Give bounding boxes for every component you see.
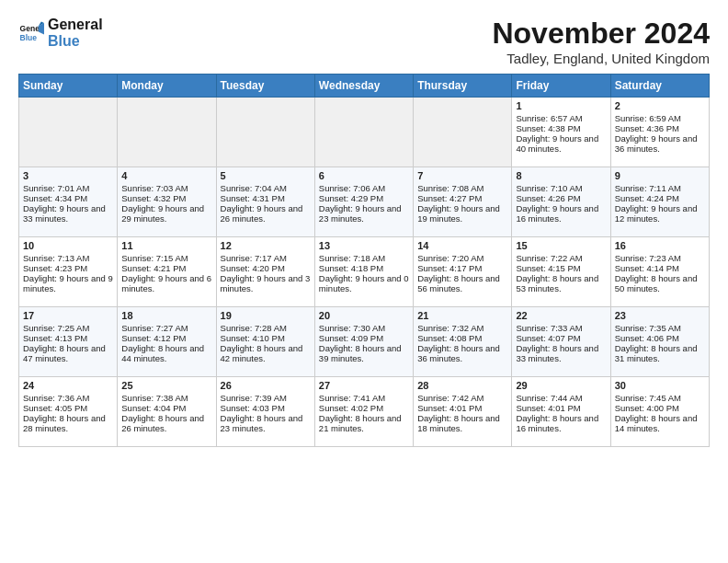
day-info: Sunrise: 7:42 AM	[417, 393, 507, 403]
day-info: Sunset: 4:20 PM	[221, 263, 311, 273]
day-info: Sunset: 4:02 PM	[319, 403, 409, 413]
day-info: Sunset: 4:10 PM	[221, 333, 311, 343]
day-info: Sunrise: 7:28 AM	[221, 323, 311, 333]
day-number: 30	[615, 380, 705, 391]
day-info: Sunrise: 7:38 AM	[121, 393, 211, 403]
calendar-cell	[118, 98, 216, 167]
day-info: Sunrise: 7:06 AM	[319, 183, 409, 193]
day-info: Sunrise: 7:10 AM	[516, 183, 606, 193]
calendar-cell: 24Sunrise: 7:36 AMSunset: 4:05 PMDayligh…	[19, 377, 118, 447]
calendar-cell: 5Sunrise: 7:04 AMSunset: 4:31 PMDaylight…	[216, 167, 314, 237]
day-number: 26	[221, 380, 311, 391]
calendar-cell: 10Sunrise: 7:13 AMSunset: 4:23 PMDayligh…	[19, 237, 118, 307]
calendar-cell: 1Sunrise: 6:57 AMSunset: 4:38 PMDaylight…	[512, 98, 610, 167]
calendar-cell: 18Sunrise: 7:27 AMSunset: 4:12 PMDayligh…	[118, 307, 216, 377]
header: General Blue General Blue November 2024 …	[18, 17, 710, 66]
day-info: Sunrise: 7:04 AM	[221, 183, 311, 193]
day-info: Sunset: 4:13 PM	[23, 333, 113, 343]
calendar-cell: 12Sunrise: 7:17 AMSunset: 4:20 PMDayligh…	[216, 237, 314, 307]
day-number: 19	[221, 310, 311, 321]
day-info: Sunset: 4:00 PM	[615, 403, 705, 413]
day-info: Sunrise: 7:11 AM	[615, 183, 705, 193]
day-info: Sunset: 4:12 PM	[121, 333, 211, 343]
calendar-cell: 13Sunrise: 7:18 AMSunset: 4:18 PMDayligh…	[314, 237, 413, 307]
title-block: November 2024 Tadley, England, United Ki…	[492, 17, 710, 66]
calendar-cell	[414, 98, 512, 167]
day-info: Daylight: 9 hours and 26 minutes.	[221, 203, 311, 224]
col-header-tuesday: Tuesday	[216, 75, 314, 98]
day-info: Sunset: 4:05 PM	[23, 403, 113, 413]
day-info: Sunset: 4:08 PM	[417, 333, 507, 343]
calendar-cell: 26Sunrise: 7:39 AMSunset: 4:03 PMDayligh…	[216, 377, 314, 447]
col-header-friday: Friday	[512, 75, 610, 98]
header-row: SundayMondayTuesdayWednesdayThursdayFrid…	[19, 75, 710, 98]
day-info: Sunset: 4:38 PM	[516, 123, 606, 133]
day-info: Sunrise: 6:57 AM	[516, 113, 606, 123]
day-info: Sunset: 4:14 PM	[615, 263, 705, 273]
day-info: Sunset: 4:04 PM	[121, 403, 211, 413]
day-info: Sunset: 4:36 PM	[615, 123, 705, 133]
day-info: Sunrise: 7:15 AM	[121, 253, 211, 263]
week-row-4: 24Sunrise: 7:36 AMSunset: 4:05 PMDayligh…	[19, 377, 710, 447]
day-number: 3	[23, 170, 113, 181]
col-header-sunday: Sunday	[19, 75, 118, 98]
day-info: Sunrise: 7:23 AM	[615, 253, 705, 263]
day-number: 1	[516, 100, 606, 111]
calendar-cell: 29Sunrise: 7:44 AMSunset: 4:01 PMDayligh…	[512, 377, 610, 447]
day-info: Daylight: 8 hours and 56 minutes.	[417, 273, 507, 293]
calendar-cell: 20Sunrise: 7:30 AMSunset: 4:09 PMDayligh…	[314, 307, 413, 377]
calendar-cell: 30Sunrise: 7:45 AMSunset: 4:00 PMDayligh…	[610, 377, 709, 447]
day-info: Sunset: 4:15 PM	[516, 263, 606, 273]
logo-general: General	[48, 17, 103, 33]
day-info: Daylight: 9 hours and 33 minutes.	[23, 203, 113, 224]
calendar-cell: 8Sunrise: 7:10 AMSunset: 4:26 PMDaylight…	[512, 167, 610, 237]
day-number: 17	[23, 310, 113, 321]
day-info: Sunrise: 7:45 AM	[615, 393, 705, 403]
day-number: 9	[615, 170, 705, 181]
calendar-cell: 6Sunrise: 7:06 AMSunset: 4:29 PMDaylight…	[314, 167, 413, 237]
day-info: Sunrise: 7:22 AM	[516, 253, 606, 263]
calendar-cell: 2Sunrise: 6:59 AMSunset: 4:36 PMDaylight…	[610, 98, 709, 167]
logo: General Blue General Blue	[18, 17, 103, 49]
day-info: Sunset: 4:31 PM	[221, 193, 311, 203]
page: General Blue General Blue November 2024 …	[0, 0, 728, 456]
day-info: Sunrise: 6:59 AM	[615, 113, 705, 123]
day-number: 15	[516, 240, 606, 251]
day-info: Daylight: 8 hours and 50 minutes.	[615, 273, 705, 293]
calendar-cell: 28Sunrise: 7:42 AMSunset: 4:01 PMDayligh…	[414, 377, 512, 447]
day-info: Sunset: 4:01 PM	[417, 403, 507, 413]
calendar-cell: 21Sunrise: 7:32 AMSunset: 4:08 PMDayligh…	[414, 307, 512, 377]
day-number: 29	[516, 380, 606, 391]
day-number: 6	[319, 170, 409, 181]
day-info: Daylight: 9 hours and 36 minutes.	[615, 133, 705, 154]
day-info: Daylight: 8 hours and 42 minutes.	[221, 343, 311, 363]
location: Tadley, England, United Kingdom	[492, 51, 710, 66]
day-info: Sunset: 4:03 PM	[221, 403, 311, 413]
day-info: Sunrise: 7:17 AM	[221, 253, 311, 263]
day-info: Sunrise: 7:33 AM	[516, 323, 606, 333]
day-info: Sunrise: 7:20 AM	[417, 253, 507, 263]
day-info: Daylight: 8 hours and 36 minutes.	[417, 343, 507, 363]
day-number: 2	[615, 100, 705, 111]
day-info: Daylight: 8 hours and 23 minutes.	[221, 413, 311, 433]
calendar-cell: 22Sunrise: 7:33 AMSunset: 4:07 PMDayligh…	[512, 307, 610, 377]
day-number: 18	[121, 310, 211, 321]
day-info: Sunset: 4:09 PM	[319, 333, 409, 343]
calendar-table: SundayMondayTuesdayWednesdayThursdayFrid…	[18, 74, 710, 447]
day-number: 13	[319, 240, 409, 251]
day-info: Sunrise: 7:32 AM	[417, 323, 507, 333]
day-info: Daylight: 9 hours and 23 minutes.	[319, 203, 409, 224]
calendar-cell	[314, 98, 413, 167]
day-number: 28	[417, 380, 507, 391]
day-info: Sunrise: 7:13 AM	[23, 253, 113, 263]
calendar-cell: 11Sunrise: 7:15 AMSunset: 4:21 PMDayligh…	[118, 237, 216, 307]
day-info: Daylight: 9 hours and 40 minutes.	[516, 133, 606, 154]
calendar-cell	[19, 98, 118, 167]
day-info: Sunrise: 7:08 AM	[417, 183, 507, 193]
day-info: Sunrise: 7:18 AM	[319, 253, 409, 263]
day-number: 8	[516, 170, 606, 181]
col-header-wednesday: Wednesday	[314, 75, 413, 98]
day-info: Sunset: 4:06 PM	[615, 333, 705, 343]
day-info: Daylight: 8 hours and 18 minutes.	[417, 413, 507, 433]
calendar-cell: 15Sunrise: 7:22 AMSunset: 4:15 PMDayligh…	[512, 237, 610, 307]
